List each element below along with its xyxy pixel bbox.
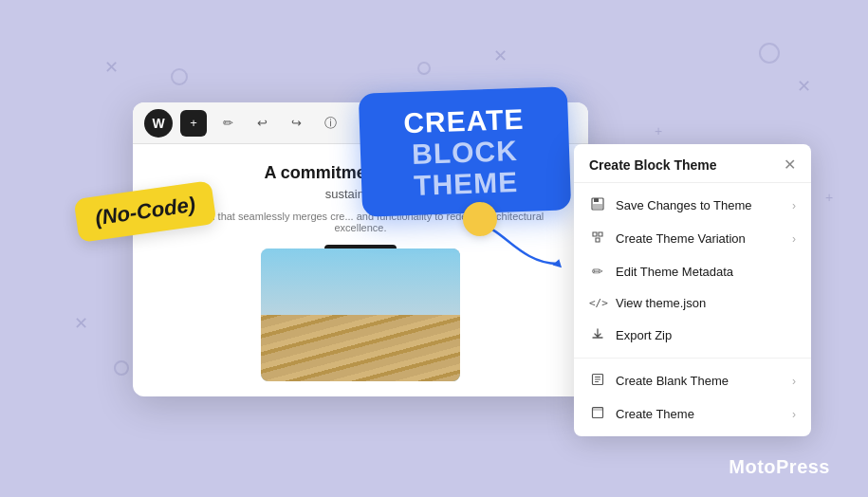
motopress-logo: MotoPress	[729, 456, 830, 478]
dropdown-panel: Create Block Theme ✕ Save Changes to The…	[574, 144, 811, 436]
redo-button[interactable]: ↪	[283, 110, 309, 137]
save-icon	[589, 197, 606, 213]
deco-circle-3	[759, 43, 780, 64]
hero-line3: THEME	[405, 165, 526, 200]
content-body: ring firm that seamlessly merges cre... …	[156, 211, 565, 233]
edit-icon: ✏	[589, 264, 606, 279]
deco-cross-1: ✕	[104, 57, 119, 78]
edit-metadata-label: Edit Theme Metadata	[616, 265, 796, 279]
export-icon	[589, 327, 606, 343]
deco-cross-7: +	[825, 190, 833, 205]
hero-line2: BLOCK	[404, 134, 526, 169]
export-zip-item[interactable]: Export Zip	[574, 319, 811, 352]
edit-metadata-item[interactable]: ✏ Edit Theme Metadata	[574, 255, 811, 287]
hero-badge-text: CREATE BLOCK THEME	[403, 102, 527, 200]
yellow-circle	[463, 202, 497, 236]
dropdown-header: Create Block Theme ✕	[574, 144, 811, 183]
deco-cross-3: ✕	[797, 76, 811, 97]
chevron-icon-2: ›	[792, 232, 796, 246]
hero-badge: CREATE BLOCK THEME	[359, 86, 571, 217]
deco-circle-4	[114, 360, 129, 376]
deco-cross-2: ✕	[493, 46, 508, 66]
blank-theme-icon	[589, 373, 606, 389]
create-theme-icon	[589, 406, 606, 422]
deco-circle-2	[417, 62, 431, 75]
code-icon: </>	[589, 297, 606, 309]
svg-rect-6	[593, 408, 603, 412]
hero-line1: CREATE	[403, 102, 525, 138]
svg-rect-2	[594, 198, 599, 202]
close-button[interactable]: ✕	[784, 157, 796, 173]
variation-icon	[589, 230, 606, 247]
deco-cross-6: +	[655, 123, 662, 138]
deco-circle-1	[171, 68, 188, 85]
svg-rect-3	[593, 204, 602, 209]
dropdown-title: Create Block Theme	[589, 157, 717, 173]
create-blank-label: Create Blank Theme	[616, 374, 783, 388]
save-changes-item[interactable]: Save Changes to Theme ›	[574, 189, 811, 222]
save-changes-label: Save Changes to Theme	[616, 198, 783, 212]
create-blank-item[interactable]: Create Blank Theme ›	[574, 364, 811, 397]
building-image	[261, 248, 460, 381]
chevron-icon-4: ›	[792, 408, 796, 421]
create-theme-label: Create Theme	[616, 407, 783, 421]
add-button[interactable]: +	[180, 110, 207, 137]
no-code-label: (No-Code)	[94, 193, 197, 230]
pen-button[interactable]: ✏	[214, 110, 241, 137]
view-json-label: View theme.json	[616, 296, 796, 310]
motopress-text: MotoPress	[729, 456, 830, 477]
chevron-icon-3: ›	[792, 375, 796, 388]
dropdown-section-1: Save Changes to Theme › Create Theme Var…	[574, 183, 811, 359]
create-variation-item[interactable]: Create Theme Variation ›	[574, 222, 811, 255]
export-zip-label: Export Zip	[616, 328, 796, 342]
deco-cross-4: ✕	[74, 313, 88, 334]
building-visual	[261, 248, 460, 381]
info-button[interactable]: ⓘ	[317, 110, 343, 137]
dropdown-section-2: Create Blank Theme › Create Theme ›	[574, 359, 811, 436]
undo-button[interactable]: ↩	[249, 110, 275, 137]
wp-logo: W	[144, 109, 173, 138]
create-theme-item[interactable]: Create Theme ›	[574, 397, 811, 431]
chevron-icon-1: ›	[792, 199, 796, 212]
create-variation-label: Create Theme Variation	[616, 231, 783, 246]
view-json-item[interactable]: </> View theme.json	[574, 287, 811, 319]
